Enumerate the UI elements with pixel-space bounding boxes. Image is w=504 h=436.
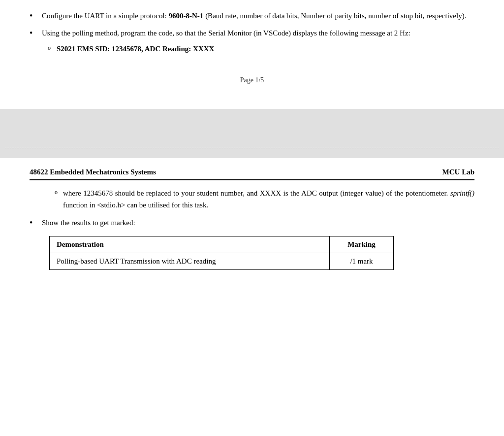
table-cell-marking: /1 mark	[330, 253, 394, 270]
bullet-dot-2: •	[30, 27, 39, 39]
bullet-item-1: • Configure the UART in a simple protoco…	[30, 10, 474, 22]
circle-o: o	[49, 187, 63, 198]
table-header: Demonstration Marking	[50, 236, 394, 253]
bullet-list: • Configure the UART in a simple protoco…	[30, 10, 474, 57]
page-header: 48622 Embedded Mechatronics Systems MCU …	[30, 168, 474, 180]
sub-item-row: o where 12345678 should be replaced to y…	[49, 187, 474, 211]
sub-bullet-text: S2021 EMS SID: 12345678, ADC Reading: XX…	[57, 43, 474, 55]
indented-section: o where 12345678 should be replaced to y…	[30, 187, 474, 211]
header-right: MCU Lab	[442, 168, 474, 176]
col-header-marking: Marking	[330, 236, 394, 253]
gray-separator	[0, 109, 504, 158]
show-results-bullet: •	[30, 217, 39, 229]
sub-text-2: function in <stdio.h> can be utilised fo…	[63, 201, 208, 209]
uart-config-bold: 9600-8-N-1	[169, 12, 204, 20]
table-cell-demo: Polling-based UART Transmission with ADC…	[50, 253, 330, 270]
dashed-line	[5, 148, 499, 148]
uart-config-suffix: (Baud rate, number of data bits, Number …	[203, 12, 466, 20]
page-number: Page 1/5	[30, 62, 474, 94]
show-results-text: Show the results to get marked:	[42, 217, 474, 229]
show-results-item: • Show the results to get marked:	[30, 217, 474, 229]
sprintf-italic: sprintf()	[450, 189, 474, 197]
header-left: 48622 Embedded Mechatronics Systems	[30, 168, 156, 176]
sub-text-1: where 12345678 should be replaced to you…	[63, 189, 450, 197]
table-header-row: Demonstration Marking	[50, 236, 394, 253]
bullet-text-1: Configure the UART in a simple protocol:…	[42, 10, 474, 22]
ems-sid-text: S2021 EMS SID: 12345678, ADC Reading: XX…	[57, 45, 214, 53]
col-header-demonstration: Demonstration	[50, 236, 330, 253]
page-container: • Configure the UART in a simple protoco…	[0, 0, 504, 436]
bullet-dot-1: •	[30, 10, 39, 22]
bottom-page: 48622 Embedded Mechatronics Systems MCU …	[0, 158, 504, 436]
page-number-text: Page 1/5	[240, 76, 264, 84]
sub-bullet-item: o S2021 EMS SID: 12345678, ADC Reading: …	[42, 43, 474, 55]
sub-circle: o	[42, 43, 57, 54]
sub-bullet-list: o S2021 EMS SID: 12345678, ADC Reading: …	[42, 43, 474, 55]
sub-item-text: where 12345678 should be replaced to you…	[63, 187, 474, 211]
polling-method-text: Using the polling method, program the co…	[42, 29, 410, 37]
table-row: Polling-based UART Transmission with ADC…	[50, 253, 394, 270]
bullet-item-2: • Using the polling method, program the …	[30, 27, 474, 57]
bullet-text-2: Using the polling method, program the co…	[42, 27, 474, 57]
table-body: Polling-based UART Transmission with ADC…	[50, 253, 394, 270]
top-page: • Configure the UART in a simple protoco…	[0, 0, 504, 109]
demo-table: Demonstration Marking Polling-based UART…	[49, 236, 394, 270]
